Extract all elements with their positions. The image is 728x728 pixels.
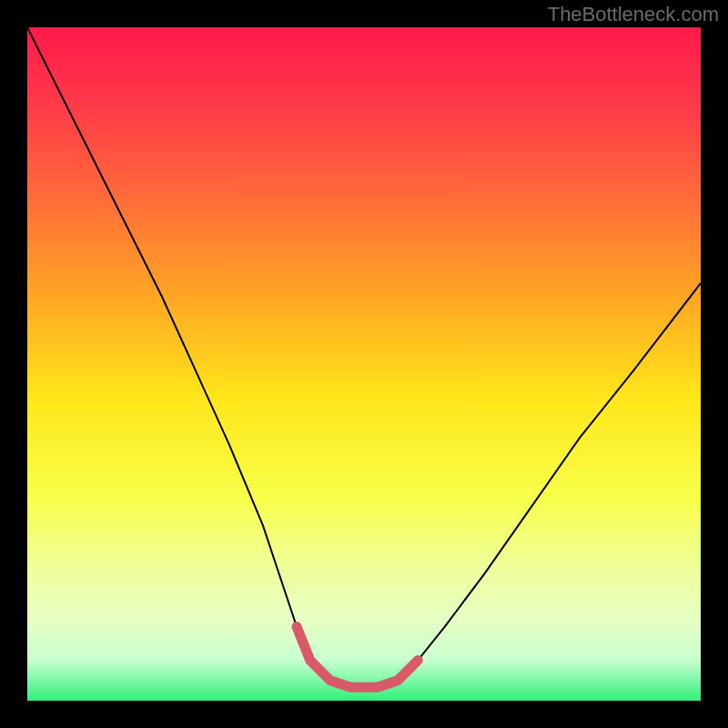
chart-frame: TheBottleneck.com xyxy=(0,0,728,728)
watermark-text: TheBottleneck.com xyxy=(548,3,719,26)
chart-svg xyxy=(27,27,701,701)
plot-area xyxy=(27,27,701,701)
gradient-background xyxy=(27,27,701,701)
